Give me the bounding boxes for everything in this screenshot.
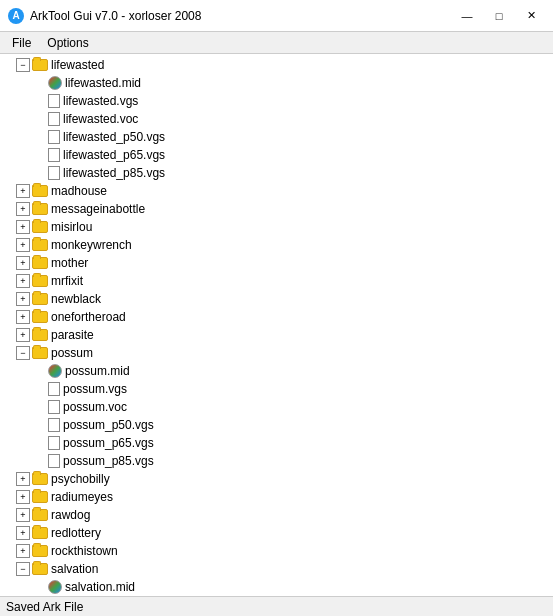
tree-item[interactable]: lifewasted.vgs (0, 92, 553, 110)
tree-expand-btn[interactable]: + (16, 328, 30, 342)
tree-item[interactable]: lifewasted_p65.vgs (0, 146, 553, 164)
main-content: −lifewastedlifewasted.midlifewasted.vgsl… (0, 54, 553, 596)
folder-icon (32, 491, 48, 503)
tree-expand-btn[interactable]: + (16, 490, 30, 504)
tree-expand-btn[interactable]: + (16, 220, 30, 234)
tree-no-expand (32, 400, 46, 414)
tree-item-label: radiumeyes (51, 490, 113, 504)
tree-item-label: possum_p65.vgs (63, 436, 154, 450)
tree-no-expand (32, 580, 46, 594)
tree-item[interactable]: possum.voc (0, 398, 553, 416)
tree-item[interactable]: possum.vgs (0, 380, 553, 398)
tree-expand-btn[interactable]: + (16, 544, 30, 558)
tree-item-label: parasite (51, 328, 94, 342)
menu-file[interactable]: File (4, 34, 39, 52)
tree-item-label: possum_p50.vgs (63, 418, 154, 432)
folder-icon (32, 59, 48, 71)
close-button[interactable]: ✕ (517, 6, 545, 26)
tree-item[interactable]: +redlottery (0, 524, 553, 542)
file-icon (48, 166, 60, 180)
tree-container[interactable]: −lifewastedlifewasted.midlifewasted.vgsl… (0, 54, 553, 596)
tree-no-expand (32, 148, 46, 162)
tree-item-label: salvation.mid (65, 580, 135, 594)
tree-no-expand (32, 94, 46, 108)
tree-item[interactable]: +psychobilly (0, 470, 553, 488)
tree-no-expand (32, 382, 46, 396)
tree-item[interactable]: lifewasted.voc (0, 110, 553, 128)
tree-item[interactable]: lifewasted.mid (0, 74, 553, 92)
tree-item-label: onefortheroad (51, 310, 126, 324)
tree-no-expand (32, 166, 46, 180)
tree-item-label: misirlou (51, 220, 92, 234)
tree-expand-btn[interactable]: + (16, 202, 30, 216)
tree-item[interactable]: +messageinabottle (0, 200, 553, 218)
status-bar: Saved Ark File (0, 596, 553, 616)
tree-item[interactable]: salvation.mid (0, 578, 553, 596)
tree-item-label: redlottery (51, 526, 101, 540)
tree-item[interactable]: +onefortheroad (0, 308, 553, 326)
tree-item-label: lifewasted_p85.vgs (63, 166, 165, 180)
tree-expand-btn[interactable]: + (16, 292, 30, 306)
tree-item-label: lifewasted.mid (65, 76, 141, 90)
file-icon (48, 112, 60, 126)
file-icon (48, 454, 60, 468)
folder-icon (32, 221, 48, 233)
tree-item-label: messageinabottle (51, 202, 145, 216)
tree-item-label: mrfixit (51, 274, 83, 288)
tree-item[interactable]: +rockthistown (0, 542, 553, 560)
tree-item-label: possum.vgs (63, 382, 127, 396)
tree-expand-btn[interactable]: + (16, 310, 30, 324)
tree-item-label: lifewasted.voc (63, 112, 138, 126)
tree-expand-btn[interactable]: + (16, 184, 30, 198)
folder-icon (32, 311, 48, 323)
minimize-button[interactable]: — (453, 6, 481, 26)
tree-no-expand (32, 76, 46, 90)
tree-item-label: rawdog (51, 508, 90, 522)
tree-item[interactable]: −lifewasted (0, 56, 553, 74)
tree-item[interactable]: +monkeywrench (0, 236, 553, 254)
tree-item[interactable]: −salvation (0, 560, 553, 578)
tree-item[interactable]: −possum (0, 344, 553, 362)
tree-expand-btn[interactable]: − (16, 58, 30, 72)
tree-expand-btn[interactable]: + (16, 274, 30, 288)
tree-item-label: madhouse (51, 184, 107, 198)
file-icon (48, 436, 60, 450)
tree-item[interactable]: possum_p65.vgs (0, 434, 553, 452)
tree-item[interactable]: lifewasted_p50.vgs (0, 128, 553, 146)
folder-icon (32, 473, 48, 485)
tree-item-label: monkeywrench (51, 238, 132, 252)
tree-expand-btn[interactable]: − (16, 346, 30, 360)
tree-item-label: possum_p85.vgs (63, 454, 154, 468)
folder-icon (32, 329, 48, 341)
tree-item-label: lifewasted (51, 58, 104, 72)
tree-item-label: possum.voc (63, 400, 127, 414)
tree-expand-btn[interactable]: + (16, 256, 30, 270)
tree-item[interactable]: +misirlou (0, 218, 553, 236)
tree-item[interactable]: +mrfixit (0, 272, 553, 290)
tree-item[interactable]: +parasite (0, 326, 553, 344)
tree-item[interactable]: possum.mid (0, 362, 553, 380)
menu-options[interactable]: Options (39, 34, 96, 52)
tree-item[interactable]: lifewasted_p85.vgs (0, 164, 553, 182)
tree-item[interactable]: +rawdog (0, 506, 553, 524)
file-icon (48, 94, 60, 108)
tree-no-expand (32, 112, 46, 126)
folder-icon (32, 509, 48, 521)
tree-item[interactable]: possum_p85.vgs (0, 452, 553, 470)
tree-item[interactable]: +madhouse (0, 182, 553, 200)
mid-file-icon (48, 580, 62, 594)
tree-item[interactable]: +radiumeyes (0, 488, 553, 506)
tree-item[interactable]: +newblack (0, 290, 553, 308)
tree-item[interactable]: possum_p50.vgs (0, 416, 553, 434)
folder-icon (32, 545, 48, 557)
tree-expand-btn[interactable]: + (16, 238, 30, 252)
tree-item-label: newblack (51, 292, 101, 306)
tree-item[interactable]: +mother (0, 254, 553, 272)
tree-item-label: possum.mid (65, 364, 130, 378)
tree-expand-btn[interactable]: − (16, 562, 30, 576)
tree-expand-btn[interactable]: + (16, 508, 30, 522)
tree-expand-btn[interactable]: + (16, 526, 30, 540)
maximize-button[interactable]: □ (485, 6, 513, 26)
tree-expand-btn[interactable]: + (16, 472, 30, 486)
mid-file-icon (48, 364, 62, 378)
